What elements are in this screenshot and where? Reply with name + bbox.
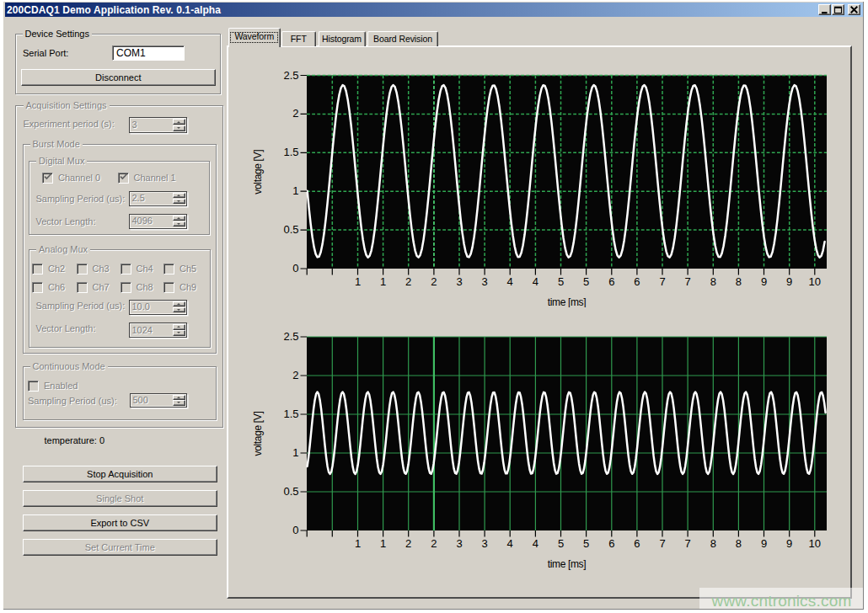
svg-text:2: 2: [431, 275, 437, 288]
svg-text:1.5: 1.5: [283, 146, 298, 158]
svg-text:7: 7: [684, 537, 690, 550]
svg-text:8: 8: [736, 537, 742, 550]
svg-text:5: 5: [583, 537, 589, 550]
svg-text:time [ms]: time [ms]: [548, 558, 587, 570]
svg-text:6: 6: [608, 537, 614, 550]
svg-text:2: 2: [292, 369, 298, 381]
svg-text:8: 8: [736, 275, 742, 288]
svg-text:4: 4: [507, 275, 513, 288]
svg-text:0.5: 0.5: [283, 223, 298, 236]
svg-text:0: 0: [292, 262, 298, 275]
svg-text:7: 7: [659, 537, 665, 550]
svg-text:1: 1: [355, 275, 361, 288]
svg-text:5: 5: [558, 537, 564, 550]
svg-text:0.5: 0.5: [283, 485, 298, 498]
svg-text:5: 5: [558, 275, 564, 288]
svg-text:2.5: 2.5: [283, 330, 298, 343]
svg-text:3: 3: [456, 275, 462, 288]
svg-text:4: 4: [533, 275, 538, 288]
svg-text:4: 4: [507, 537, 513, 550]
svg-text:voltage [V]: voltage [V]: [252, 150, 264, 195]
svg-text:time [ms]: time [ms]: [548, 296, 587, 307]
svg-text:10: 10: [809, 537, 821, 550]
svg-text:9: 9: [761, 275, 767, 288]
svg-text:2: 2: [405, 275, 411, 288]
svg-text:0: 0: [292, 524, 298, 536]
svg-text:3: 3: [456, 537, 462, 550]
svg-text:1: 1: [380, 537, 386, 550]
svg-text:1: 1: [355, 537, 361, 550]
svg-text:2: 2: [405, 537, 411, 550]
svg-text:6: 6: [634, 275, 640, 288]
svg-text:1: 1: [292, 446, 298, 459]
svg-text:7: 7: [659, 275, 665, 288]
svg-text:3: 3: [481, 275, 487, 288]
svg-text:2.5: 2.5: [283, 69, 298, 82]
svg-text:3: 3: [481, 537, 487, 550]
svg-text:1: 1: [380, 275, 386, 288]
svg-text:7: 7: [684, 275, 690, 288]
svg-text:1: 1: [292, 184, 298, 197]
svg-text:1.5: 1.5: [283, 408, 298, 420]
svg-text:8: 8: [710, 537, 716, 550]
svg-text:voltage [V]: voltage [V]: [252, 412, 264, 456]
svg-text:2: 2: [292, 107, 298, 120]
svg-text:9: 9: [786, 537, 792, 550]
svg-text:9: 9: [761, 537, 767, 550]
svg-text:5: 5: [583, 275, 589, 288]
svg-text:6: 6: [634, 537, 640, 550]
svg-text:10: 10: [809, 275, 821, 288]
svg-text:8: 8: [710, 275, 716, 288]
svg-text:9: 9: [786, 275, 792, 288]
svg-text:4: 4: [533, 537, 538, 550]
svg-text:2: 2: [431, 537, 437, 550]
svg-text:6: 6: [608, 275, 614, 288]
